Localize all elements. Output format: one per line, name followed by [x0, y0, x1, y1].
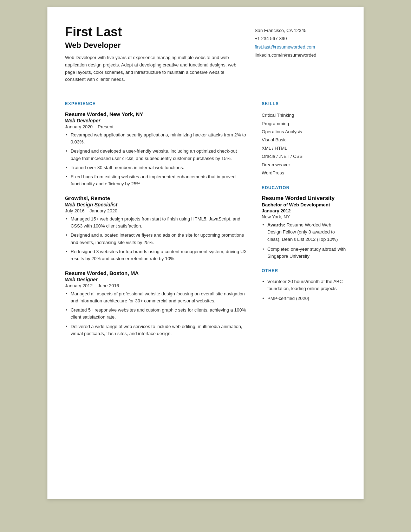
header-divider — [65, 94, 346, 94]
bullet-item: Delivered a wide range of web services t… — [65, 323, 248, 337]
candidate-summary: Web Developer with five years of experie… — [65, 54, 241, 83]
bullet-item: Created 5+ responsive websites and custo… — [65, 307, 248, 321]
company-name: Resume Worded — [65, 111, 106, 117]
other-item: Volunteer 20 hours/month at the ABC foun… — [262, 278, 346, 292]
candidate-title: Web Developer — [65, 41, 241, 50]
experience-section: Resume Worded, New York, NYWeb Developer… — [65, 111, 248, 337]
other-item: PMP-certified (2020) — [262, 295, 346, 302]
job-dates: July 2016 – January 2020 — [65, 208, 248, 213]
bullet-item: Fixed bugs from existing websites and im… — [65, 173, 248, 187]
other-list: Volunteer 20 hours/month at the ABC foun… — [262, 278, 346, 302]
contact-info: San Francisco, CA 12345 +1 234 567-890 f… — [255, 26, 346, 59]
skill-item: Visual Basic — [262, 136, 346, 144]
edu-bullet-bold: Awards: — [267, 222, 285, 227]
experience-heading: EXPERIENCE — [65, 101, 248, 106]
job-title: Web Developer — [65, 118, 248, 123]
contact-location: San Francisco, CA 12345 — [255, 26, 346, 34]
edu-date: January 2012 — [262, 208, 346, 213]
other-heading: OTHER — [262, 268, 346, 273]
skill-item: Programming — [262, 120, 346, 128]
left-column: EXPERIENCE Resume Worded, New York, NYWe… — [65, 101, 248, 345]
skills-heading: SKILLS — [262, 101, 346, 106]
edu-location: New York, NY — [262, 214, 346, 219]
skill-item: XML / HTML — [262, 144, 346, 152]
edu-bullets: Awards: Resume Worded Web Design Fellow … — [262, 222, 346, 260]
edu-degree: Bachelor of Web Development — [262, 202, 346, 207]
company-line: Resume Worded, New York, NY — [65, 111, 248, 117]
job-bullets: Managed all aspects of professional webs… — [65, 290, 248, 337]
job-block: Resume Worded, Boston, MAWeb DesignerJan… — [65, 270, 248, 337]
education-heading: EDUCATION — [262, 185, 346, 190]
company-name: Growthsi — [65, 195, 88, 201]
skill-item: Oracle / .NET / CSS — [262, 152, 346, 160]
candidate-name: First Last — [65, 25, 241, 39]
job-bullets: Revamped web application security applic… — [65, 132, 248, 187]
resume-body: EXPERIENCE Resume Worded, New York, NYWe… — [65, 101, 346, 345]
company-line: Growthsi, Remote — [65, 195, 248, 201]
bullet-item: Managed 15+ web design projects from sta… — [65, 216, 248, 230]
bullet-item: Designed and allocated interactive flyer… — [65, 232, 248, 246]
bullet-item: Redesigned 3 websites for top brands usi… — [65, 248, 248, 262]
education-block: Resume Worded UniversityBachelor of Web … — [262, 195, 346, 260]
edu-school: Resume Worded University — [262, 195, 346, 201]
job-bullets: Managed 15+ web design projects from sta… — [65, 216, 248, 262]
skill-item: Operations Analysis — [262, 128, 346, 136]
resume-page: First Last Web Developer Web Developer w… — [47, 7, 364, 499]
edu-bullet-item: Completed one-year study abroad with Sin… — [262, 246, 346, 260]
job-title: Web Design Specialist — [65, 202, 248, 207]
job-block: Growthsi, RemoteWeb Design SpecialistJul… — [65, 195, 248, 262]
header-left: First Last Web Developer Web Developer w… — [65, 25, 255, 83]
bullet-item: Trained over 30 staff members in interna… — [65, 164, 248, 171]
right-column: SKILLS Critical ThinkingProgrammingOpera… — [262, 101, 346, 345]
skill-item: Critical Thinking — [262, 111, 346, 119]
job-title: Web Designer — [65, 277, 248, 282]
skill-item: Dreamweaver — [262, 161, 346, 169]
skills-list: Critical ThinkingProgrammingOperations A… — [262, 111, 346, 177]
job-block: Resume Worded, New York, NYWeb Developer… — [65, 111, 248, 187]
skill-item: WordPress — [262, 169, 346, 177]
bullet-item: Revamped web application security applic… — [65, 132, 248, 146]
edu-bullet-item: Awards: Resume Worded Web Design Fellow … — [262, 222, 346, 243]
bullet-item: Designed and developed a user-friendly w… — [65, 148, 248, 162]
bullet-item: Managed all aspects of professional webs… — [65, 290, 248, 305]
job-dates: January 2012 – June 2016 — [65, 283, 248, 288]
resume-header: First Last Web Developer Web Developer w… — [65, 25, 346, 83]
company-name: Resume Worded — [65, 270, 106, 276]
header-right: San Francisco, CA 12345 +1 234 567-890 f… — [255, 25, 346, 83]
contact-linkedin: linkedin.com/in/resumeworded — [255, 51, 346, 59]
job-dates: January 2020 – Present — [65, 124, 248, 129]
company-line: Resume Worded, Boston, MA — [65, 270, 248, 276]
contact-email[interactable]: first.last@resumeworded.com — [255, 43, 346, 51]
contact-phone: +1 234 567-890 — [255, 34, 346, 43]
